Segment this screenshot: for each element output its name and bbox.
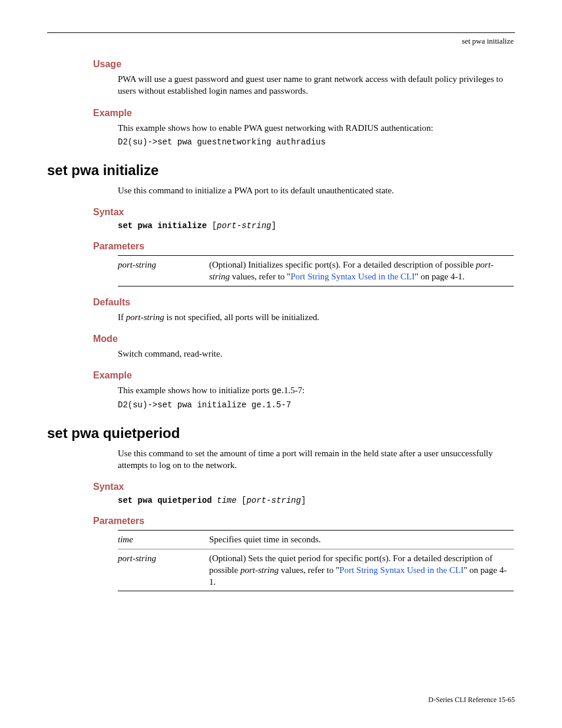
defaults-italic: port-string — [126, 312, 164, 322]
param-name: time — [118, 531, 209, 549]
example-heading-2: Example — [93, 370, 515, 381]
table-row: port-string (Optional) Sets the quiet pe… — [118, 549, 514, 591]
syntax-bracket-close: ] — [271, 221, 276, 230]
defaults-heading-1: Defaults — [93, 297, 515, 308]
example-mono: ge — [272, 386, 282, 396]
port-string-syntax-link[interactable]: Port String Syntax Used in the CLI — [290, 272, 415, 281]
usage-heading: Usage — [93, 59, 515, 70]
parameters-heading-2: Parameters — [93, 516, 515, 526]
command-desc-quietperiod: Use this command to set the amount of ti… — [118, 447, 514, 472]
header-rule — [47, 32, 515, 33]
syntax-heading-2: Syntax — [93, 482, 515, 492]
parameters-table-2: time Specifies quiet time in seconds. po… — [118, 530, 514, 591]
param-desc: (Optional) Initializes specific port(s).… — [209, 256, 514, 286]
command-title-initialize: set pwa initialize — [47, 162, 515, 179]
syntax-bracket-open: [ — [207, 221, 217, 230]
param-desc: Specifies quiet time in seconds. — [209, 531, 514, 549]
mode-paragraph: Switch command, read-write. — [118, 348, 514, 360]
mode-heading-1: Mode — [93, 334, 515, 344]
command-title-quietperiod: set pwa quietperiod — [47, 425, 515, 442]
example-code-2: D2(su)->set pwa initialize ge.1.5-7 — [118, 400, 515, 410]
param-name: port-string — [118, 256, 209, 286]
syntax-bracket-close: ] — [301, 496, 306, 505]
command-desc-initialize: Use this command to initialize a PWA por… — [118, 185, 514, 196]
table-row: port-string (Optional) Initializes speci… — [118, 256, 514, 286]
example-intro-1: This example shows how to enable PWA gue… — [118, 122, 514, 134]
defaults-text: is not specified, all ports will be init… — [164, 312, 319, 322]
example-intro-2: This example shows how to initialize por… — [118, 384, 514, 397]
param-italic: port-string — [240, 565, 279, 575]
syntax-keyword: set pwa quietperiod — [118, 496, 212, 505]
parameters-table-1: port-string (Optional) Initializes speci… — [118, 255, 514, 286]
port-string-syntax-link-2[interactable]: Port String Syntax Used in the CLI — [339, 565, 464, 575]
syntax-keyword: set pwa initialize — [118, 221, 207, 230]
syntax-arg: time — [217, 496, 237, 505]
defaults-text: If — [118, 312, 126, 322]
syntax-bracket-open: [ — [237, 496, 247, 505]
table-row: time Specifies quiet time in seconds. — [118, 531, 514, 549]
usage-paragraph: PWA will use a guest password and guest … — [118, 73, 514, 97]
example-heading-1: Example — [93, 108, 515, 118]
header-right: set pwa initialize — [47, 37, 515, 46]
syntax-heading-1: Syntax — [93, 207, 515, 218]
param-name: port-string — [118, 549, 209, 591]
defaults-paragraph: If port-string is not specified, all por… — [118, 311, 514, 323]
page-footer: D-Series CLI Reference 15-65 — [428, 696, 515, 704]
syntax-line-2: set pwa quietperiod time [port-string] — [118, 496, 515, 505]
param-text: values, refer to " — [279, 565, 339, 575]
syntax-arg: port-string — [246, 496, 300, 505]
syntax-line-1: set pwa initialize [port-string] — [118, 221, 515, 230]
example-code-1: D2(su)->set pwa guestnetworking authradi… — [118, 137, 515, 147]
param-text: " on page 4-1. — [415, 272, 464, 281]
param-text: values, refer to " — [230, 272, 290, 281]
example-text: This example shows how to initialize por… — [118, 386, 272, 395]
param-text: (Optional) Initializes specific port(s).… — [209, 260, 476, 269]
param-desc: (Optional) Sets the quiet period for spe… — [209, 549, 514, 591]
parameters-heading-1: Parameters — [93, 241, 515, 252]
syntax-arg: port-string — [217, 221, 271, 230]
example-text: .1.5-7: — [282, 386, 305, 395]
syntax-space — [212, 496, 217, 505]
